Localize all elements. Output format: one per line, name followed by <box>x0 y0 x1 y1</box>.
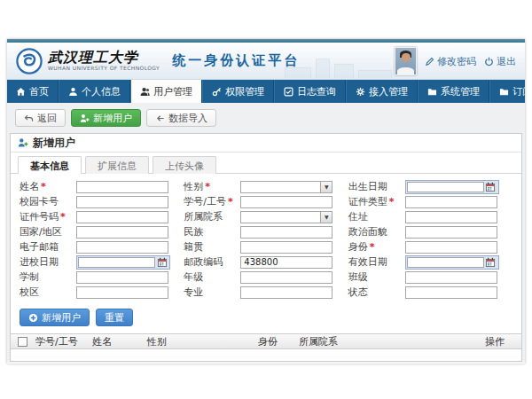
data-import-label: 数据导入 <box>168 112 207 125</box>
form-field: 学制 <box>20 270 184 284</box>
text-input[interactable] <box>76 181 168 193</box>
input-value: 438800 <box>244 257 278 267</box>
user-avatar[interactable] <box>395 47 417 75</box>
app-header: 武汉理工大学 WUHAN UNIVERSITY OF TECHNOLOGY 统一… <box>7 43 525 80</box>
user-icon <box>68 87 78 97</box>
nav-item-6[interactable]: 接入管理 <box>346 80 418 103</box>
required-marker: * <box>41 181 46 192</box>
date-field <box>76 255 170 270</box>
nav-item-8[interactable]: 订阅管理 <box>489 80 525 103</box>
text-input[interactable] <box>240 271 332 284</box>
logout-label: 退出 <box>497 55 516 68</box>
folder-icon <box>499 87 509 97</box>
select-all-checkbox[interactable] <box>18 337 27 347</box>
text-input[interactable] <box>405 241 497 254</box>
reset-button[interactable]: 重置 <box>96 309 133 326</box>
select-field[interactable]: ▼ <box>240 181 332 193</box>
field-label: 所属院系 <box>184 210 240 223</box>
text-input[interactable] <box>240 241 332 254</box>
field-label: 学制 <box>20 270 76 284</box>
folder-icon <box>427 87 437 97</box>
tab-3[interactable]: 上传头像 <box>153 156 216 174</box>
form-field: 证件类型* <box>348 195 512 208</box>
brand-text: 武汉理工大学 WUHAN UNIVERSITY OF TECHNOLOGY <box>48 51 160 71</box>
add-user-toolbar-button[interactable]: 新增用户 <box>71 109 141 127</box>
change-password-link[interactable]: 修改密码 <box>425 55 476 68</box>
nav-item-1[interactable]: 首页 <box>7 80 59 103</box>
nav-item-label: 首页 <box>29 85 49 98</box>
table-column-header: 身份 <box>256 335 297 348</box>
power-icon <box>484 57 494 66</box>
required-marker: * <box>60 211 66 223</box>
form-field: 性别*▼ <box>184 180 348 193</box>
submit-add-user-label: 新增用户 <box>42 311 81 325</box>
table-header: 学号/工号姓名性别身份所属院系操作 <box>11 333 521 349</box>
text-input[interactable] <box>76 196 168 208</box>
browser-page: 武汉理工大学 WUHAN UNIVERSITY OF TECHNOLOGY 统一… <box>7 39 525 364</box>
text-input[interactable]: 438800 <box>240 256 332 269</box>
field-label: 住址 <box>348 210 405 223</box>
select-field[interactable]: ▼ <box>240 211 332 223</box>
calendar-icon[interactable] <box>484 181 497 193</box>
date-input[interactable] <box>78 257 155 268</box>
nav-item-7[interactable]: 系统管理 <box>418 80 489 103</box>
form-field: 姓名* <box>20 180 184 193</box>
section-title: 新增用户 <box>33 136 75 151</box>
nav-item-label: 个人信息 <box>82 85 121 98</box>
back-button-label: 返回 <box>37 112 57 125</box>
text-input[interactable] <box>240 286 332 299</box>
date-input[interactable] <box>407 182 484 192</box>
users-icon <box>140 87 150 97</box>
text-input[interactable] <box>76 211 168 223</box>
form-field: 有效日期 <box>348 255 512 269</box>
field-label: 进校日期 <box>20 255 76 269</box>
nav-item-label: 系统管理 <box>441 85 480 98</box>
date-input[interactable] <box>407 257 484 268</box>
text-input[interactable] <box>405 286 497 299</box>
back-arrow-icon <box>24 113 34 123</box>
text-input[interactable] <box>405 196 497 208</box>
form-field: 校园卡号 <box>20 195 184 208</box>
nav-item-5[interactable]: 日志查询 <box>274 80 346 103</box>
data-import-button[interactable]: 数据导入 <box>146 109 216 127</box>
text-input[interactable] <box>240 196 332 208</box>
field-label: 性别* <box>184 180 240 193</box>
nav-item-label: 用户管理 <box>153 85 192 98</box>
chevron-down-icon[interactable]: ▼ <box>320 212 332 223</box>
logout-link[interactable]: 退出 <box>484 55 516 68</box>
form-field: 证件号码* <box>20 210 184 223</box>
text-input[interactable] <box>76 226 168 239</box>
back-button[interactable]: 返回 <box>15 109 66 127</box>
nav-item-2[interactable]: 个人信息 <box>59 80 130 103</box>
text-input[interactable] <box>76 271 168 284</box>
text-input[interactable] <box>76 286 168 299</box>
plus-circle-icon <box>28 313 38 323</box>
field-label: 班级 <box>348 270 405 284</box>
text-input[interactable] <box>76 241 168 254</box>
section-header: 新增用户 <box>11 134 521 153</box>
text-input[interactable] <box>405 271 497 284</box>
form-field: 住址 <box>348 210 512 223</box>
form-field: 籍贯 <box>184 240 348 254</box>
chevron-down-icon[interactable]: ▼ <box>320 182 332 192</box>
calendar-icon[interactable] <box>155 256 168 269</box>
university-logo <box>16 48 43 74</box>
tab-1[interactable]: 基本信息 <box>18 156 82 174</box>
submit-add-user-button[interactable]: 新增用户 <box>20 309 90 326</box>
text-input[interactable] <box>405 226 497 239</box>
text-input[interactable] <box>405 211 497 223</box>
nav-item-4[interactable]: 权限管理 <box>202 80 274 103</box>
field-label: 学号/工号* <box>184 195 240 208</box>
text-input[interactable] <box>240 226 332 239</box>
required-marker: * <box>389 196 395 207</box>
form-field: 民族 <box>184 225 348 239</box>
field-label: 证件号码* <box>20 210 76 223</box>
calendar-icon[interactable] <box>484 256 497 269</box>
tab-2[interactable]: 扩展信息 <box>85 156 149 174</box>
user-plus-icon <box>18 137 28 148</box>
nav-item-3[interactable]: 用户管理 <box>130 80 202 103</box>
form-field: 状态 <box>348 286 512 299</box>
form-grid: 姓名*性别*▼出生日期校园卡号学号/工号*证件类型*证件号码*所属院系▼住址国家… <box>11 174 521 303</box>
field-label: 国家/地区 <box>20 225 76 239</box>
nav-item-label: 日志查询 <box>297 85 336 98</box>
